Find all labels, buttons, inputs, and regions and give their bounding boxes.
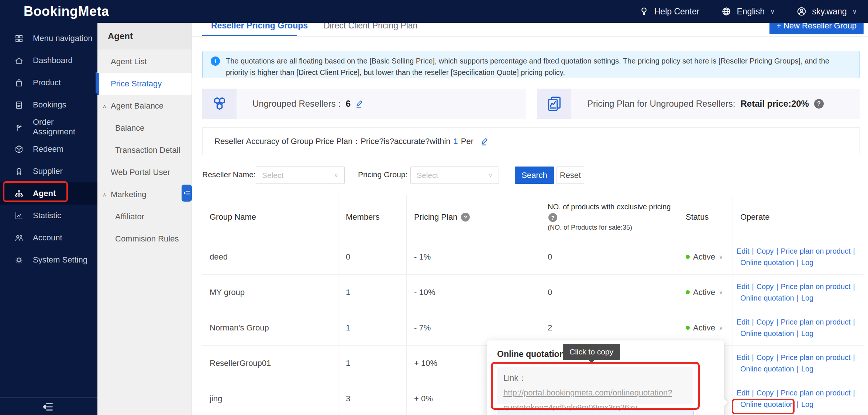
online-quotation-link[interactable]: Online quotation bbox=[737, 329, 794, 337]
sidebar-label: Statistic bbox=[33, 211, 61, 220]
sidebar-item-account[interactable]: Account bbox=[0, 227, 97, 249]
edit-link[interactable]: Edit bbox=[737, 389, 749, 397]
log-link[interactable]: Log bbox=[801, 400, 813, 408]
price-plan-link[interactable]: Price plan on product bbox=[781, 353, 851, 361]
chevron-down-icon: ∨ bbox=[719, 289, 723, 296]
operate-cell: Edit|Copy|Price plan on product|Online q… bbox=[733, 310, 864, 345]
copy-link[interactable]: Copy bbox=[757, 353, 774, 361]
log-link[interactable]: Log bbox=[801, 294, 813, 302]
quotation-link[interactable]: http://portal.bookingmeta.com/onlinequot… bbox=[503, 388, 672, 412]
submenu-label: Balance bbox=[115, 123, 145, 133]
sidebar-collapse-button[interactable] bbox=[41, 401, 54, 412]
copy-link[interactable]: Copy bbox=[757, 247, 774, 255]
sidebar-item-menu-navigation[interactable]: Menu navigation bbox=[0, 27, 97, 49]
price-plan-link[interactable]: Price plan on product bbox=[781, 389, 851, 397]
price-plan-link[interactable]: Price plan on product bbox=[781, 247, 851, 255]
accuracy-row: Reseller Accuracy of Group Price Plan： P… bbox=[202, 127, 860, 155]
submenu-item-web-portal-user[interactable]: Web Portal User bbox=[97, 161, 192, 184]
copy-link[interactable]: Copy bbox=[757, 389, 774, 397]
table-header: Group Name Members Pricing Plan? NO. of … bbox=[202, 195, 864, 239]
reseller-name-select[interactable]: Select ∨ bbox=[256, 167, 345, 184]
online-quotation-link[interactable]: Online quotation bbox=[737, 294, 794, 302]
status-select[interactable]: Active∨ bbox=[678, 310, 733, 345]
log-link[interactable]: Log bbox=[801, 365, 813, 373]
edit-link[interactable]: Edit bbox=[737, 318, 749, 326]
price-plan-link[interactable]: Price plan on product bbox=[781, 318, 851, 326]
brand-logo: BookingMeta bbox=[24, 4, 109, 19]
help-center-button[interactable]: Help Center bbox=[638, 6, 700, 17]
submenu-collapse-toggle[interactable] bbox=[182, 185, 192, 202]
tab-direct-client-pricing-plan[interactable]: Direct Client Pricing Plan bbox=[324, 23, 417, 31]
ungrouped-resellers-value: 6 bbox=[346, 99, 351, 109]
tabs-divider bbox=[192, 36, 868, 37]
submenu-item-marketing[interactable]: ∧Marketing bbox=[97, 184, 192, 206]
chevron-down-icon: ∨ bbox=[719, 325, 723, 331]
help-icon[interactable]: ? bbox=[814, 99, 824, 109]
edit-link[interactable]: Edit bbox=[737, 353, 749, 361]
new-reseller-group-button[interactable]: + New Reseller Group bbox=[769, 23, 864, 34]
submenu-item-agent-balance[interactable]: ∧Agent Balance bbox=[97, 95, 192, 117]
grid-icon bbox=[14, 34, 24, 44]
edit-link[interactable]: Edit bbox=[737, 247, 749, 255]
submenu-item-agent-list[interactable]: Agent List bbox=[97, 51, 192, 73]
online-quotation-link[interactable]: Online quotation bbox=[737, 365, 794, 373]
submenu-item-price-stratagy[interactable]: Price Stratagy bbox=[97, 73, 192, 95]
submenu-item-affiliator[interactable]: Affiliator bbox=[97, 206, 192, 228]
pricing-group-select[interactable]: Select ∨ bbox=[410, 167, 499, 184]
bulb-icon bbox=[638, 6, 650, 17]
members-cell: 1 bbox=[338, 346, 407, 381]
sidebar-item-statistic[interactable]: Statistic bbox=[0, 205, 97, 227]
sidebar-item-product[interactable]: Product bbox=[0, 72, 97, 94]
col-operate: Operate bbox=[733, 195, 864, 239]
select-placeholder: Select bbox=[262, 171, 283, 180]
accuracy-text: Price?is?accurate?within bbox=[361, 137, 450, 146]
language-selector[interactable]: English ∨ bbox=[721, 6, 775, 17]
edit-icon[interactable] bbox=[355, 99, 365, 109]
sidebar-item-bookings[interactable]: Bookings bbox=[0, 94, 97, 116]
clipboard-icon bbox=[14, 100, 24, 110]
sidebar-divider bbox=[0, 397, 97, 398]
help-icon[interactable]: ? bbox=[548, 213, 557, 222]
online-quotation-link[interactable]: Online quotation bbox=[737, 400, 794, 408]
copy-link[interactable]: Copy bbox=[757, 282, 774, 291]
help-icon[interactable]: ? bbox=[461, 213, 470, 222]
status-select[interactable]: Active∨ bbox=[678, 275, 733, 310]
search-button[interactable]: Search bbox=[515, 167, 554, 184]
sidebar-item-dashboard[interactable]: Dashboard bbox=[0, 49, 97, 72]
status-dot bbox=[686, 255, 690, 259]
group-name-cell: Norman's Group bbox=[202, 310, 338, 345]
sidebar-item-supplier[interactable]: Supplier bbox=[0, 160, 97, 182]
sidebar-item-system-setting[interactable]: System Setting bbox=[0, 249, 97, 271]
status-select[interactable]: Active∨ bbox=[678, 239, 733, 274]
edit-icon[interactable] bbox=[480, 137, 490, 146]
chevron-up-icon: ∧ bbox=[103, 103, 111, 109]
info-banner: i The quotations are all floating based … bbox=[202, 51, 860, 78]
sidebar-scrollbar[interactable] bbox=[96, 72, 97, 93]
col-group-name: Group Name bbox=[202, 195, 338, 239]
sidebar-label: Order Assignment bbox=[33, 117, 97, 137]
online-quotation-link[interactable]: Online quotation bbox=[737, 258, 794, 267]
user-menu[interactable]: sky.wang ∨ bbox=[796, 6, 857, 17]
log-link[interactable]: Log bbox=[801, 329, 813, 337]
submenu-header: Agent bbox=[97, 23, 192, 49]
tab-reseller-pricing-groups[interactable]: Reseller Pricing Groups bbox=[211, 23, 308, 31]
submenu-item-commision-rules[interactable]: Commision Rules bbox=[97, 228, 192, 250]
agent-submenu: Agent Agent List Price Stratagy ∧Agent B… bbox=[97, 23, 192, 415]
reset-button[interactable]: Reset bbox=[557, 167, 584, 184]
sidebar-label: System Setting bbox=[33, 255, 87, 265]
quotation-link-box[interactable]: Link：http://portal.bookingmeta.com/onlin… bbox=[497, 367, 693, 404]
submenu-item-transaction-detail[interactable]: Transaction Detail bbox=[97, 139, 192, 161]
members-cell: 3 bbox=[338, 381, 407, 415]
sidebar-item-redeem[interactable]: Redeem bbox=[0, 138, 97, 160]
submenu-item-balance[interactable]: Balance bbox=[97, 117, 192, 139]
edit-link[interactable]: Edit bbox=[737, 282, 749, 291]
operate-cell: Edit|Copy|Price plan on product|Online q… bbox=[733, 346, 864, 381]
sidebar-item-order-assignment[interactable]: Order Assignment bbox=[0, 116, 97, 138]
accuracy-value: 1 bbox=[454, 137, 458, 146]
log-link[interactable]: Log bbox=[801, 258, 813, 267]
copy-link[interactable]: Copy bbox=[757, 318, 774, 326]
sidebar-label: Account bbox=[33, 233, 62, 243]
price-plan-link[interactable]: Price plan on product bbox=[781, 282, 851, 291]
sidebar-item-agent[interactable]: Agent bbox=[0, 182, 97, 205]
status-dot bbox=[686, 326, 690, 330]
